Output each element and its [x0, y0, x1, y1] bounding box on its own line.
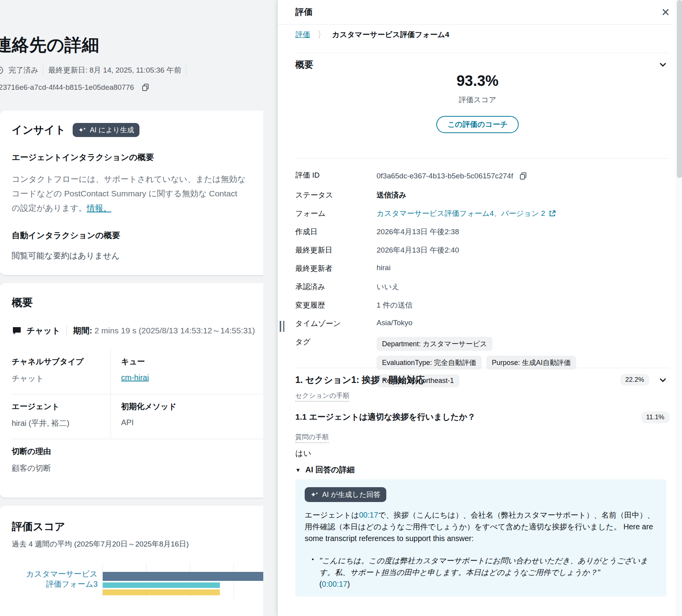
section-steps-link[interactable]: セクションの手順: [295, 391, 349, 402]
panel-header: 評価: [278, 0, 677, 24]
field-evaluation-id: 評価 ID 0f3a65dc-e367-4b13-b5eb-5c06157c27…: [295, 170, 670, 182]
scrollbar-thumb[interactable]: [677, 0, 682, 178]
chart-category-label[interactable]: カスタマーサービス 評価フォーム3: [9, 563, 98, 598]
insights-card: インサイト ✦✦ AI により生成 エージェントインタラクションの概要 コンタク…: [0, 110, 263, 275]
external-link-icon: [548, 210, 556, 217]
agent-interaction-summary-title: エージェントインタラクションの概要: [12, 152, 263, 163]
divider: [186, 65, 186, 75]
panel-title: 評価: [295, 6, 659, 18]
question-steps-row: 質問の手順: [278, 433, 677, 443]
ai-answer-box: ✦✦ AI が生成した回答 エージェントは00:17で、挨拶（こんにちは）、会社…: [295, 479, 666, 596]
transcript-timestamp-link[interactable]: 0:00:17: [322, 580, 347, 588]
overview-card: 概要 チャット 期間: 2 mins 19 s (2025/8/13 14:53…: [0, 283, 263, 498]
queue-link[interactable]: cm-hirai: [121, 373, 149, 382]
divider: [295, 53, 670, 53]
chevron-right-icon: 〉: [318, 30, 325, 39]
chart-bar-blue: [103, 572, 263, 581]
ai-generated-badge: ✦✦ AI により生成: [73, 123, 139, 137]
field-queue: キュー cm-hirai: [111, 349, 263, 394]
field-last-updated-by: 最終更新者 hirai: [295, 263, 670, 274]
status-label: 完了済み: [9, 65, 38, 75]
evaluation-score-block: 93.3% 評価スコア この評価のコーチ: [278, 73, 677, 133]
ai-answer-text: エージェントは00:17で、挨拶（こんにちは）、会社名（弊社カスタマーサポート）…: [305, 509, 657, 545]
contact-id: 523716e6-a7cd-4f44-b815-1e05dea80776: [0, 83, 134, 92]
evaluation-fields: 評価 ID 0f3a65dc-e367-4b13-b5eb-5c06157c27…: [278, 170, 677, 395]
divider: [295, 368, 670, 368]
field-last-updated-date: 最終更新日 2026年4月13日 午後2:40: [295, 245, 670, 255]
breadcrumb-evaluations-link[interactable]: 評価: [295, 30, 310, 40]
divider: [66, 326, 67, 336]
left-column: 連絡先の詳細 完了済み 最終更新日: 8月 14, 2025, 11:05:36…: [0, 0, 263, 616]
question-1-1-title: 1.1 エージェントは適切な挨拶を行いましたか？: [295, 411, 634, 422]
field-form: フォーム カスタマーサービス評価フォーム4、バージョン 2: [295, 208, 670, 219]
contact-details-page: 連絡先の詳細 完了済み 最終更新日: 8月 14, 2025, 11:05:36…: [0, 0, 682, 616]
breadcrumb-current: カスタマーサービス評価フォーム4: [332, 30, 449, 40]
field-change-history: 変更履歴 1 件の送信: [295, 300, 670, 310]
evaluation-score-chart: カスタマーサービス 評価フォーム3: [9, 563, 263, 598]
coach-evaluation-button[interactable]: この評価のコーチ: [436, 116, 518, 133]
section-steps-row: セクションの手順: [278, 391, 677, 402]
check-circle-icon: [0, 66, 4, 75]
chart-bar-teal: [103, 582, 220, 588]
duration-text: 期間: 2 mins 19 s (2025/8/13 14:53:12～14:5…: [73, 325, 255, 336]
field-created-date: 作成日 2026年4月13日 午後2:38: [295, 227, 670, 237]
divider: [43, 65, 43, 75]
evaluation-panel: 評価 評価 〉 カスタマーサービス評価フォーム4 概要 93.3% 評価スコア …: [277, 0, 677, 616]
chevron-down-icon[interactable]: [656, 58, 670, 71]
field-acknowledged: 承認済み いいえ: [295, 282, 670, 292]
close-icon[interactable]: [659, 6, 672, 18]
section-1-title: 1. セクション1: 挨拶・開始対応: [295, 374, 613, 386]
triangle-down-icon: ▼: [295, 467, 301, 473]
ai-generated-answer-badge: ✦✦ AI が生成した回答: [305, 487, 386, 502]
bullet-icon: •: [312, 555, 314, 590]
transcript-quote: • "こんにちは。この度は弊社カスタマーサポートにお問い合わせいただき、ありがと…: [305, 555, 657, 590]
panel-resize-handle[interactable]: [280, 321, 284, 332]
overview-title: 概要: [9, 296, 263, 310]
auto-interaction-summary-text: 閲覧可能な要約はありません: [12, 250, 263, 261]
chevron-down-icon[interactable]: [656, 373, 670, 386]
question-1-1-header: 1.1 エージェントは適切な挨拶を行いましたか？ 11.1%: [278, 411, 677, 423]
question-steps-link[interactable]: 質問の手順: [295, 433, 329, 443]
tag-department: Department: カスタマーサービス: [377, 337, 493, 351]
chart-plot-area: [102, 563, 263, 598]
section-1-header: 1. セクション1: 挨拶・開始対応 22.2%: [278, 373, 677, 386]
evaluation-scores-card: 評価スコア 過去 4 週間の平均 (2025年7月20日～2025年8月16日)…: [0, 506, 263, 616]
evaluation-score-value: 93.3%: [278, 73, 677, 89]
field-status: ステータス 送信済み: [295, 190, 670, 200]
auto-interaction-summary-title: 自動インタラクションの概要: [12, 230, 263, 241]
field-timezone: タイムゾーン Asia/Tokyo: [295, 319, 670, 329]
form-link[interactable]: カスタマーサービス評価フォーム4、バージョン 2: [377, 208, 556, 219]
chat-bubble-icon: [12, 326, 22, 336]
channel-label: チャット: [12, 325, 60, 336]
field-agent: エージェント hirai (平井, 裕二): [12, 394, 111, 439]
chart-bar-yellow: [103, 589, 220, 595]
field-disconnect-reason: 切断の理由 顧客の切断: [12, 439, 111, 484]
info-link[interactable]: 情報。: [87, 203, 111, 212]
last-updated-text: 最終更新日: 8月 14, 2025, 11:05:36 午前: [48, 65, 181, 75]
copy-icon[interactable]: [139, 82, 151, 93]
sparkle-icon: ✦✦: [311, 491, 319, 498]
breadcrumb: 評価 〉 カスタマーサービス評価フォーム4: [278, 30, 677, 40]
field-init-method: 初期化メソッド API: [111, 394, 263, 439]
section-1-score-badge: 22.2%: [620, 374, 649, 386]
divider: [278, 24, 672, 25]
copy-icon[interactable]: [517, 170, 529, 182]
contact-id-row: 523716e6-a7cd-4f44-b815-1e05dea80776: [0, 82, 263, 93]
question-answer: はい: [278, 448, 677, 459]
contact-status-row: 完了済み 最終更新日: 8月 14, 2025, 11:05:36 午前: [0, 65, 263, 75]
page-title: 連絡先の詳細: [0, 34, 263, 57]
divider: [295, 158, 670, 158]
insights-title: インサイト: [12, 123, 66, 137]
timestamp-link[interactable]: 00:17: [359, 511, 378, 519]
sparkle-icon: ✦✦: [78, 127, 87, 134]
ai-answer-details-toggle[interactable]: ▼ AI 回答の詳細: [278, 465, 677, 475]
overview-heading: 概要: [295, 59, 656, 71]
evaluation-score-caption: 評価スコア: [278, 95, 677, 105]
agent-interaction-summary-text: コンタクトフローには、サポートされていない、または無効な コードなどの Post…: [12, 172, 263, 215]
overview-section-header: 概要: [278, 58, 677, 71]
question-1-1-score-badge: 11.1%: [641, 411, 670, 423]
score-card-subtitle: 過去 4 週間の平均 (2025年7月20日～2025年8月16日): [9, 539, 263, 549]
score-card-title: 評価スコア: [9, 520, 263, 534]
scrollbar-track[interactable]: [677, 0, 682, 616]
field-channel-subtype: チャネルサブタイプ チャット: [12, 349, 111, 394]
